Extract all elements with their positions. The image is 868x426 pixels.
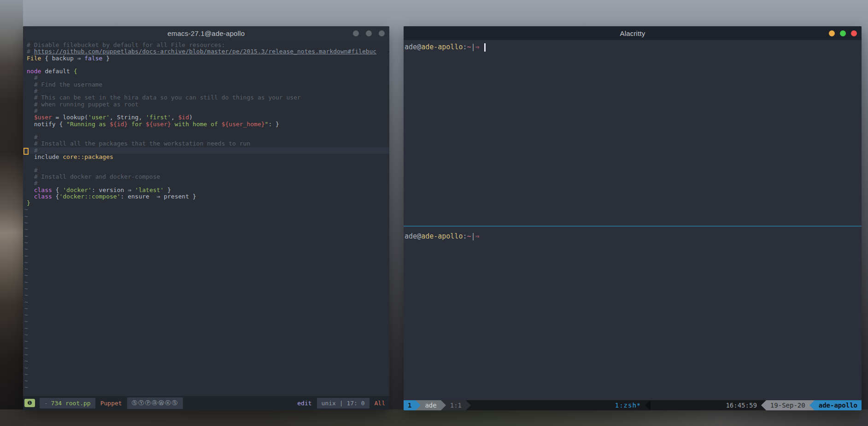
code-token: [27, 114, 34, 121]
code-line: #: [23, 147, 389, 154]
code-line: #: [23, 167, 389, 174]
tmux-segment: ade-apollo: [815, 400, 862, 410]
tmux-statusbar: 1ade1:1 1:zsh* 16:45:5919-Sep-20ade-apol…: [404, 400, 862, 410]
empty-line-tilde: ~: [23, 338, 389, 344]
alacritty-titlebar[interactable]: Alacritty: [404, 26, 862, 40]
code-token: #: [27, 107, 37, 114]
code-token: #: [27, 74, 37, 81]
alacritty-window-title: Alacritty: [620, 29, 645, 37]
code-token: "Running as: [66, 121, 110, 128]
code-token: 'latest': [135, 187, 164, 193]
empty-line-tilde: ~: [23, 384, 389, 391]
code-line: notify { "Running as ${id} for ${user} w…: [23, 121, 389, 128]
minor-mode-icons: ⓈⓎⓅⓐⓌⓀⓈ: [127, 397, 183, 409]
empty-line-tilde: ~: [23, 226, 389, 233]
code-token: {: [52, 193, 59, 200]
minimize-button-icon[interactable]: [829, 30, 835, 36]
prompt-token: ade: [405, 232, 417, 241]
empty-line-tilde: ~: [23, 332, 389, 338]
prompt-token: ade-apollo: [421, 232, 463, 241]
shell-prompt: ade@ade-apollo:~|⇒: [405, 43, 862, 52]
powerline-arrow-icon: [441, 400, 446, 410]
tmux-segment: 1: [404, 400, 416, 410]
tmux-window-name: 1:zsh*: [615, 401, 641, 410]
code-token: }: [27, 199, 30, 206]
code-token: 'user': [88, 114, 110, 121]
code-line: }: [23, 200, 389, 206]
code-token: for: [128, 121, 146, 128]
code-line: class {'docker::compose': ensure ⇒ prese…: [23, 193, 389, 200]
code-token: ${user_home}: [222, 121, 265, 128]
powerline-arrow-icon: [809, 400, 815, 410]
empty-line-tilde: ~: [23, 292, 389, 298]
code-token: #: [27, 180, 37, 187]
code-line: # This can be set in the hira data so yo…: [23, 94, 389, 101]
code-line: [23, 128, 389, 134]
tmux-window-entry[interactable]: 1:zsh*: [615, 400, 651, 410]
code-token: # Disable filebucket by default for all …: [27, 41, 225, 48]
code-line: [23, 160, 389, 167]
code-line: include core::packages: [23, 154, 389, 160]
code-token: #: [27, 167, 37, 174]
code-token: https://github.com/puppetlabs/docs-archi…: [34, 48, 377, 55]
code-token: 'docker': [63, 187, 92, 193]
prompt-token: ade-apollo: [421, 43, 463, 52]
wallpaper-rocks: [0, 409, 868, 426]
modeline-state-edit: edit: [297, 400, 311, 407]
workspace-badge: ❶: [24, 399, 35, 407]
powerline-arrow-icon: [645, 400, 650, 410]
prompt-token: :: [463, 43, 467, 52]
close-button-icon[interactable]: [851, 30, 857, 36]
emacs-titlebar[interactable]: emacs-27.1@ade-apollo: [23, 26, 389, 40]
code-line: node default {: [23, 68, 389, 75]
empty-line-tilde: ~: [23, 246, 389, 252]
code-token: # Install docker and docker-compose: [27, 173, 160, 180]
code-token: }: [102, 55, 110, 62]
prompt-token: ⇒: [475, 43, 480, 52]
prompt-token: ~: [467, 232, 471, 241]
code-token: core::packages: [63, 153, 113, 160]
buffer-name: 734 root.pp: [51, 400, 91, 407]
prompt-token: @: [417, 232, 421, 241]
code-token: default: [41, 68, 73, 75]
code-line: # when running puppet as root: [23, 101, 389, 108]
code-token: class: [34, 193, 52, 200]
empty-line-tilde: ~: [23, 305, 389, 312]
code-line: # Find the username: [23, 82, 389, 88]
code-token: # Install all the packages that the work…: [27, 140, 250, 147]
code-token: $id: [178, 114, 189, 121]
code-line: # Install docker and docker-compose: [23, 174, 389, 180]
code-token: }: [164, 187, 171, 193]
code-token: # Find the username: [27, 81, 102, 88]
window-button-icon[interactable]: [366, 30, 372, 36]
empty-line-tilde: ~: [23, 299, 389, 305]
code-token: {: [74, 68, 77, 75]
prompt-token: @: [417, 43, 421, 52]
code-line: # Install all the packages that the work…: [23, 140, 389, 147]
code-token: {: [52, 187, 63, 193]
code-token: { backup ⇒: [41, 55, 84, 62]
maximize-button-icon[interactable]: [840, 30, 846, 36]
terminal-pane-bottom[interactable]: ade@ade-apollo:~|⇒: [404, 227, 862, 400]
empty-line-tilde: ~: [23, 206, 389, 213]
code-token: #: [27, 48, 34, 55]
code-token: ): [189, 114, 193, 121]
code-token: class: [34, 187, 52, 193]
empty-line-tilde: ~: [23, 365, 389, 371]
emacs-modeline: ❶ - 734 root.pp Puppet ⓈⓎⓅⓐⓌⓀⓈ edit unix…: [23, 396, 389, 410]
terminal-pane-top[interactable]: ade@ade-apollo:~|⇒: [404, 40, 862, 226]
terminal-content: ade@ade-apollo:~|⇒ ade@ade-apollo:~|⇒ 1a…: [404, 40, 862, 410]
powerline-arrow-icon: [416, 400, 421, 410]
code-line: #: [23, 180, 389, 187]
window-button-icon[interactable]: [379, 30, 385, 36]
emacs-editor[interactable]: # Disable filebucket by default for all …: [23, 40, 389, 396]
code-line: #: [23, 108, 389, 114]
code-line: [23, 62, 389, 68]
code-line: #: [23, 88, 389, 94]
code-token: #: [27, 134, 37, 140]
code-token: false: [84, 55, 102, 62]
window-button-icon[interactable]: [353, 30, 359, 36]
empty-line-tilde: ~: [23, 272, 389, 279]
empty-line-tilde: ~: [23, 371, 389, 378]
alacritty-window: Alacritty ade@ade-apollo:~|⇒ ade@ade-apo…: [404, 26, 862, 410]
